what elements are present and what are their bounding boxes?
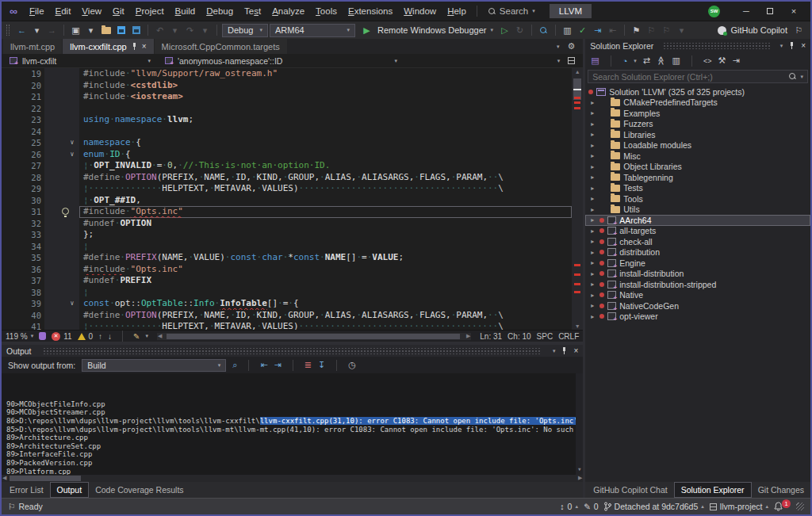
commits-sync-button[interactable]: ↕ 0 ▴ [560,502,578,511]
output-log[interactable]: ▼ 90>MCObjectFileInfo.cpp90>MCObjectStre… [2,373,583,475]
menu-debug[interactable]: Debug [201,5,239,17]
code-line[interactable]: 36#include·"Opts.inc" [2,264,572,276]
tree-item-install-distribution[interactable]: ▸install-distribution [585,269,810,280]
tree-item-fuzzers[interactable]: ▸Fuzzers [585,119,810,130]
expand-arrow-icon[interactable]: ▸ [588,163,596,170]
menu-test[interactable]: Test [239,5,266,17]
toolbar-grip[interactable] [6,25,10,36]
code-line[interactable]: 27¦·OPT_INVALID·=·0,·//·This·is·not·an·o… [2,160,572,172]
tree-item-install-distribution-stripped[interactable]: ▸install-distribution-stripped [585,279,810,290]
code-line[interactable]: 38¦ [2,287,572,299]
tree-item-utils[interactable]: ▸Utils [585,204,810,216]
code-line[interactable]: 29¦··············HELPTEXT,·METAVAR,·VALU… [2,183,572,195]
code-line[interactable]: 28#define·OPTION(PREFIX,·NAME,·ID,·KIND,… [2,172,572,184]
document-tab[interactable]: llvm-cxxfilt.cpp× [63,39,153,54]
menu-analyze[interactable]: Analyze [266,5,310,17]
start-without-debugging-icon[interactable]: ▷ [498,23,511,37]
document-options-gear-icon[interactable]: ⚙ [567,41,575,52]
next-issue-icon[interactable]: ↓ [108,332,112,341]
expand-arrow-icon[interactable]: ▸ [588,227,596,235]
wrap-right-icon[interactable]: ⇥ [274,360,282,370]
expand-arrow-icon[interactable]: ▸ [588,281,596,288]
output-source-select[interactable]: Build▾ [82,359,226,372]
expand-arrow-icon[interactable]: ▸ [588,174,596,181]
menu-window[interactable]: Window [398,5,442,17]
github-copilot-button[interactable]: GitHub Copilot [714,25,791,35]
expand-arrow-icon[interactable]: ▸ [588,206,596,213]
tree-item-loadable-modules[interactable]: ▸Loadable modules [585,140,810,151]
code-cleanup-icon[interactable]: ✎ [133,332,140,341]
close-panel-icon[interactable]: × [801,41,806,50]
minimize-button[interactable]: ─ [734,3,758,19]
panel-drag-texture[interactable] [663,43,770,49]
pending-changes-filter-icon[interactable]: ◔ [622,56,628,66]
filter-dropdown[interactable]: ▾ [634,58,637,64]
close-panel-icon[interactable]: × [573,346,578,355]
output-horizontal-scrollbar[interactable]: ◀ ▶ [2,475,583,482]
tree-item-solution-llvm-325-of-325-proje[interactable]: Solution 'LLVM' (325 of 325 projects) [585,86,810,97]
tab-list-dropdown[interactable]: ▾ [557,44,560,50]
bookmark-dropdown[interactable]: ▾ [675,23,688,37]
menu-project[interactable]: Project [130,5,170,17]
scroll-up-icon[interactable]: ▲ [572,69,583,75]
code-line[interactable]: 33}; [2,229,572,241]
expand-arrow-icon[interactable]: ▸ [588,313,596,320]
code-cleanup-dropdown[interactable]: ▾ [145,333,148,339]
find-message-icon[interactable]: ⌕ [232,360,237,370]
tree-item-engine[interactable]: ▸Engine [585,258,810,269]
solution-explorer-title-bar[interactable]: Solution Explorer ▾ × [585,39,810,52]
redo-icon[interactable]: ↷ [183,23,197,37]
prev-issue-icon[interactable]: ↑ [98,332,102,341]
document-tab[interactable]: llvm-mt.cpp [3,39,62,54]
new-project-icon[interactable]: ▣ [69,23,82,37]
member-dropdown[interactable]: ▾ [557,58,561,64]
menu-git[interactable]: Git [107,5,130,17]
scroll-down-icon[interactable]: ▼ [576,465,583,474]
scroll-down-icon[interactable]: ▼ [572,323,583,329]
resize-grip[interactable] [796,503,804,510]
warning-count[interactable]: 0 [78,332,94,341]
toggle-autoscroll-icon[interactable]: ↧ [318,360,325,370]
zoom-select[interactable]: 119 %▾ [6,332,33,341]
solution-search-input[interactable] [588,72,785,82]
tree-item-object-libraries[interactable]: ▸Object Libraries [585,162,810,173]
expand-arrow-icon[interactable]: ▸ [588,238,596,245]
code-line[interactable]: 39∨const·opt::OptTable::Info·InfoTable[]… [2,298,572,310]
tool-tab-output[interactable]: Output [50,482,90,498]
solution-explorer-toolbar-icon[interactable]: ▥ [561,23,574,37]
code-line[interactable]: 30¦·OPT_##ID, [2,195,572,207]
tree-item-nativecodegen[interactable]: ▸NativeCodeGen [585,300,810,312]
undo-dropdown[interactable]: ▾ [168,23,182,37]
navigate-back-dropdown[interactable]: ▾ [30,23,44,37]
close-button[interactable]: × [782,3,806,19]
expand-arrow-icon[interactable]: ▸ [588,185,596,192]
code-line[interactable]: 34¦ [2,241,572,253]
code-line[interactable]: 22 [2,103,572,115]
tree-item-misc[interactable]: ▸Misc [585,151,810,162]
navigate-back-icon[interactable]: ← [15,23,29,37]
code-line[interactable]: 25∨namespace·{ [2,137,572,149]
fold-arrow-icon[interactable]: ∨ [67,137,77,149]
find-in-files-icon[interactable] [537,23,550,37]
save-all-icon[interactable] [129,23,143,37]
wrench-icon[interactable]: ⚒ [718,55,726,66]
avatar[interactable]: SW [708,6,720,17]
close-tab-icon[interactable]: × [142,42,147,51]
tool-tab-github-copilot-chat[interactable]: GitHub Copilot Chat [587,482,673,498]
document-tab[interactable]: Microsoft.CppCommon.targets [155,39,287,54]
fold-arrow-icon[interactable]: ∨ [67,149,77,161]
code-line[interactable]: 35#define·PREFIX(NAME,·VALUE)·const·char… [2,252,572,264]
expand-arrow-icon[interactable]: ▸ [588,270,596,277]
scroll-right-icon[interactable]: ▶ [466,333,470,339]
project-scope-select[interactable]: llvm-cxfilt ▾ [5,55,155,67]
notifications-button[interactable]: 1 [774,502,791,511]
tree-item-all-targets[interactable]: ▸all-targets [585,226,810,237]
code-area[interactable]: 19#include·"llvm/Support/raw_ostream.h"2… [2,68,572,330]
tree-item-libraries[interactable]: ▸Libraries [585,129,810,140]
expand-arrow-icon[interactable]: ▸ [588,152,596,159]
pin-icon[interactable] [561,347,567,354]
code-line[interactable]: 37#undef·PREFIX [2,275,572,287]
code-line[interactable]: 26∨enum·ID·{ [2,149,572,161]
tool-tab-code-coverage-results[interactable]: Code Coverage Results [89,482,190,498]
panel-drag-texture[interactable] [43,348,542,354]
